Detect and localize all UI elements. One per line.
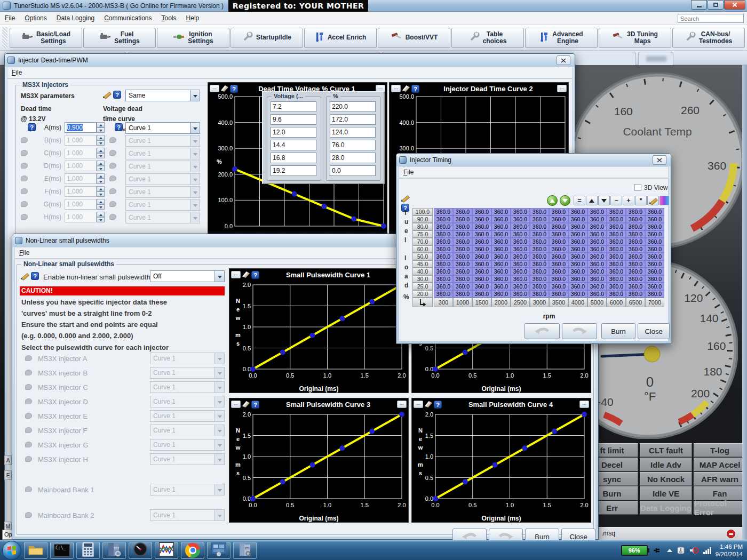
eject-device-icon[interactable] [677,546,685,555]
table-cell[interactable]: 360.0 [530,290,549,298]
table-cell[interactable]: 360.0 [472,253,491,260]
nonlinear-menu-file[interactable]: File [15,247,34,258]
table-cell[interactable]: 360.0 [626,275,645,283]
chart-menu-button[interactable] [414,401,423,408]
table-cell[interactable]: 360.0 [587,283,607,290]
row-header[interactable]: 45.0 [412,260,433,268]
table-cell[interactable]: 360.0 [626,238,645,245]
deadtime-value-field[interactable]: 1.000 [65,148,97,158]
table-cell[interactable]: 360.0 [587,208,607,215]
table-cell[interactable]: 360.0 [626,268,645,275]
table-cell[interactable]: 360.0 [491,253,511,260]
column-header[interactable]: 2500 [511,298,530,307]
help-icon[interactable] [434,401,442,409]
table-cell[interactable]: 360.0 [530,223,549,230]
enable-nonlinear-dropdown[interactable]: Off [150,270,225,282]
start-button[interactable] [2,541,21,560]
table-cell[interactable]: 360.0 [453,290,472,298]
toolbar-button-advanced[interactable]: AdvancedEngine [525,28,598,48]
table-cell[interactable]: 360.0 [472,260,491,268]
table-cell[interactable]: 360.0 [607,238,626,245]
table-cell[interactable]: 360.0 [511,223,530,230]
table-cell[interactable]: 360.0 [511,290,530,298]
table-cell[interactable]: 360.0 [645,238,664,245]
timing-menu-file[interactable]: File [399,167,418,178]
table-cell[interactable]: 360.0 [549,223,568,230]
curve-dropdown[interactable]: Curve 1 [125,122,200,134]
table-cell[interactable]: 360.0 [645,283,664,290]
table-cell[interactable]: 360.0 [645,230,664,238]
table-cell[interactable]: 360.0 [434,290,453,298]
table-cell[interactable]: 360.0 [607,253,626,260]
table-cell[interactable]: 360.0 [453,238,472,245]
taskbar-app-explorer-icon[interactable] [24,542,47,559]
table-cell[interactable]: 360.0 [472,283,491,290]
table-cell[interactable]: 360.0 [645,253,664,260]
table-cell[interactable]: 360.0 [453,245,472,253]
table-cell[interactable]: 360.0 [511,215,530,223]
table-cell[interactable]: 360.0 [568,275,587,283]
column-header[interactable]: 7000 [645,298,664,307]
table-cell[interactable]: 360.0 [491,283,511,290]
table-cell[interactable]: 360.0 [568,215,587,223]
help-icon[interactable] [411,85,419,93]
voltage-value-field[interactable]: 14.4 [271,140,316,150]
deadtime-value-field[interactable]: 1.000 [65,186,97,197]
table-cell[interactable]: 360.0 [511,245,530,253]
toolbar-button-ignition[interactable]: IgnitionSettings [157,28,229,48]
deadtime-value-field[interactable]: 1.000 [65,173,97,184]
table-cell[interactable]: 360.0 [472,268,491,275]
table-cell[interactable]: 360.0 [607,268,626,275]
value-stepper[interactable] [97,148,105,158]
voltage-value-field[interactable]: 7.2 [271,101,316,112]
toolbar-button-accel-enrich[interactable]: Accel Enrich [304,28,377,48]
table-cell[interactable]: 360.0 [530,260,549,268]
table-cell[interactable]: 360.0 [587,238,607,245]
muted-speaker-icon[interactable] [689,546,699,555]
row-header[interactable]: 50.0 [412,253,433,260]
maximize-button[interactable] [708,0,724,10]
table-cell[interactable]: 360.0 [645,223,664,230]
table-cell[interactable]: 360.0 [530,253,549,260]
deadtime-value-field[interactable]: 0.900 [65,122,97,133]
network-signal-icon[interactable] [703,547,711,554]
menu-options[interactable]: Options [20,12,51,24]
table-cell[interactable]: 360.0 [511,253,530,260]
help-icon[interactable] [31,272,39,280]
table-cell[interactable]: 360.0 [491,208,511,215]
decrease-button[interactable]: − [610,196,622,205]
interpolate-down-button[interactable] [598,196,610,205]
table-cell[interactable]: 360.0 [645,275,664,283]
value-stepper[interactable] [97,135,105,146]
table-cell[interactable]: 360.0 [511,268,530,275]
value-stepper[interactable] [97,161,105,171]
undo-button[interactable] [525,323,560,339]
table-cell[interactable]: 360.0 [549,290,568,298]
table-cell[interactable]: 360.0 [626,208,645,215]
table-cell[interactable]: 360.0 [491,238,511,245]
menu-help[interactable]: Help [181,12,204,24]
column-header[interactable]: 3500 [549,298,568,307]
table-cell[interactable]: 360.0 [587,290,607,298]
table-cell[interactable]: 360.0 [434,283,453,290]
tray-expand-icon[interactable] [667,549,672,552]
table-cell[interactable]: 360.0 [472,290,491,298]
pointer-tool-icon[interactable] [242,271,250,278]
table-cell[interactable]: 360.0 [530,215,549,223]
table-cell[interactable]: 360.0 [549,253,568,260]
deadtime-value-field[interactable]: 1.000 [65,199,97,210]
table-cell[interactable]: 360.0 [530,238,549,245]
table-cell[interactable]: 360.0 [453,223,472,230]
column-header[interactable]: 1000 [453,298,472,307]
table-cell[interactable]: 360.0 [453,253,472,260]
taskbar-app-control-panel-icon[interactable] [207,542,231,559]
toolbar-button-3d-tuning[interactable]: 3D TuningMaps [599,28,671,48]
table-cell[interactable]: 360.0 [645,245,664,253]
chart-menu-button[interactable] [210,85,219,92]
chart-options-button[interactable] [397,401,407,408]
taskbar-app-app-settings-icon[interactable]: 101 [233,542,257,559]
table-cell[interactable]: 360.0 [511,283,530,290]
table-cell[interactable]: 360.0 [587,268,607,275]
voltage-value-field[interactable]: 19.2 [271,165,316,176]
heatmap-toggle-button[interactable] [659,196,669,205]
